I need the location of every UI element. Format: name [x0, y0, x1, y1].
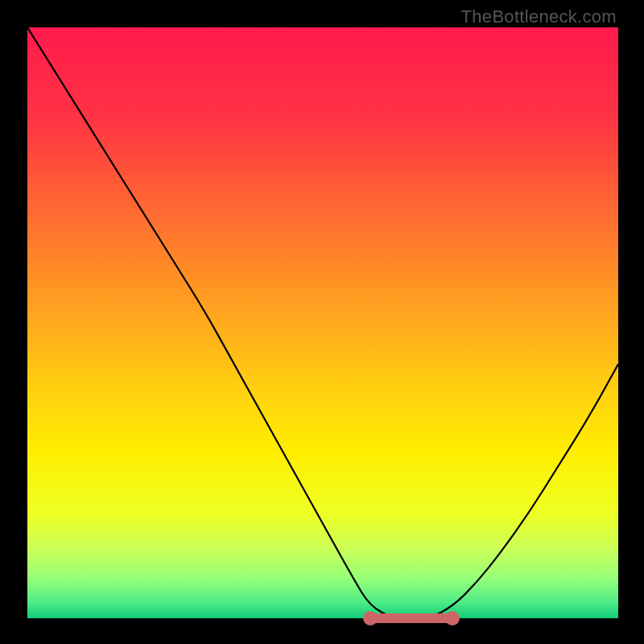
curve-line: [27, 27, 618, 618]
chart-container: TheBottleneck.com: [0, 0, 644, 644]
watermark-text: TheBottleneck.com: [461, 6, 617, 27]
plot-area: [27, 27, 618, 618]
marker-bar: [370, 613, 453, 623]
marker-dot-right: [445, 611, 460, 625]
